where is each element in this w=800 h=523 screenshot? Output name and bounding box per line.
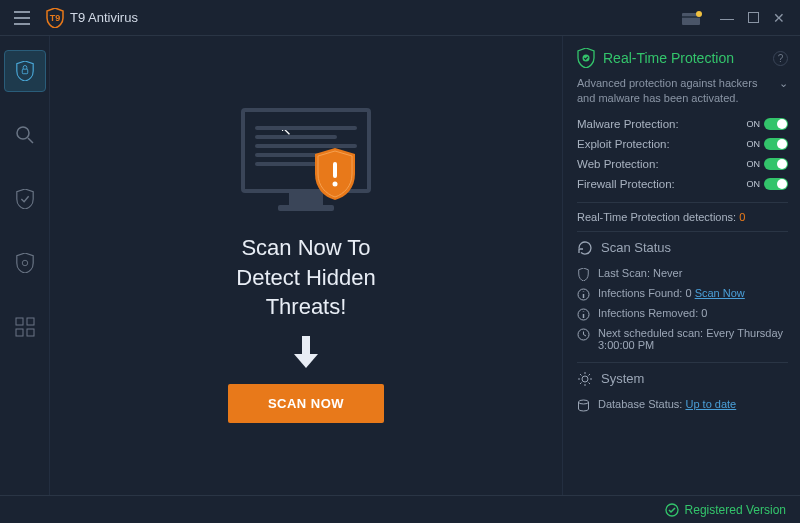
shield-ok-icon [577, 48, 595, 68]
svg-point-24 [582, 376, 588, 382]
database-status-row: Database Status: Up to date [577, 395, 788, 415]
sidebar [0, 36, 50, 495]
shield-check-icon [15, 189, 35, 209]
logo-shield-icon: T9 [46, 8, 64, 28]
main-content: ↖ Scan Now To Detect Hidden Threats! SCA… [50, 36, 562, 495]
malware-toggle[interactable] [764, 118, 788, 130]
footer: Registered Version [0, 495, 800, 523]
grid-icon [15, 317, 35, 337]
registration-status: Registered Version [685, 503, 786, 517]
infections-found-row: Infections Found: 0 Scan Now [577, 284, 788, 304]
rtp-title: Real-Time Protection [603, 50, 734, 66]
detections-row: Real-Time Protection detections: 0 [577, 211, 788, 223]
svg-point-14 [333, 181, 338, 186]
last-scan-row: Last Scan: Never [577, 264, 788, 284]
arrow-down-icon [291, 336, 321, 368]
svg-point-8 [22, 260, 27, 265]
svg-rect-11 [16, 329, 23, 336]
side-panel: Real-Time Protection ? Advanced protecti… [562, 36, 800, 495]
menu-button[interactable] [8, 4, 36, 32]
svg-rect-9 [16, 318, 23, 325]
search-icon [15, 125, 35, 145]
database-icon [577, 399, 590, 412]
monitor-illustration: ↖ [241, 108, 371, 218]
web-toggle[interactable] [764, 158, 788, 170]
gear-icon [577, 371, 593, 387]
database-status-link[interactable]: Up to date [685, 398, 736, 410]
next-scan-row: Next scheduled scan: Every Thursday 3:00… [577, 324, 788, 354]
refresh-icon [577, 240, 593, 256]
app-logo: T9 T9 Antivirus [46, 8, 138, 28]
svg-point-3 [696, 11, 702, 17]
minimize-button[interactable]: — [714, 5, 740, 31]
check-circle-icon [665, 503, 679, 517]
card-icon[interactable] [682, 10, 704, 26]
svg-rect-10 [27, 318, 34, 325]
svg-rect-5 [22, 69, 27, 74]
svg-point-6 [17, 127, 29, 139]
scan-now-link[interactable]: Scan Now [695, 287, 745, 299]
shield-lock-icon [15, 61, 35, 81]
scan-status-header: Scan Status [577, 240, 788, 256]
close-button[interactable]: ✕ [766, 5, 792, 31]
svg-line-7 [28, 138, 33, 143]
clock-icon [577, 328, 590, 341]
hero: ↖ Scan Now To Detect Hidden Threats! SCA… [228, 108, 384, 423]
infections-removed-row: Infections Removed: 0 [577, 304, 788, 324]
svg-rect-15 [302, 336, 310, 354]
sidebar-item-scan[interactable] [4, 114, 46, 156]
titlebar: T9 T9 Antivirus — ✕ [0, 0, 800, 36]
rtp-message: Advanced protection against hackers and … [577, 76, 788, 106]
sidebar-item-tools[interactable] [4, 306, 46, 348]
sidebar-item-protection[interactable] [4, 178, 46, 220]
help-button[interactable]: ? [773, 51, 788, 66]
headline: Scan Now To Detect Hidden Threats! [236, 233, 375, 322]
maximize-button[interactable] [740, 5, 766, 31]
svg-point-25 [579, 400, 589, 404]
toggle-web: Web Protection: ON [577, 154, 788, 174]
sidebar-item-firewall[interactable] [4, 242, 46, 284]
rtp-header: Real-Time Protection ? [577, 48, 788, 68]
info-icon [577, 308, 590, 321]
svg-rect-12 [27, 329, 34, 336]
system-header: System [577, 371, 788, 387]
detections-count: 0 [739, 211, 745, 223]
svg-text:T9: T9 [50, 13, 61, 23]
toggle-firewall: Firewall Protection: ON [577, 174, 788, 194]
chevron-down-icon[interactable]: ⌄ [779, 76, 788, 91]
svg-rect-4 [748, 13, 758, 23]
shield-small-icon [577, 268, 590, 281]
app-title: T9 Antivirus [70, 10, 138, 25]
shield-gear-icon [15, 253, 35, 273]
firewall-toggle[interactable] [764, 178, 788, 190]
svg-rect-13 [333, 162, 337, 178]
exploit-toggle[interactable] [764, 138, 788, 150]
scan-now-button[interactable]: SCAN NOW [228, 384, 384, 423]
toggle-exploit: Exploit Protection: ON [577, 134, 788, 154]
sidebar-item-home[interactable] [4, 50, 46, 92]
shield-alert-icon [313, 148, 357, 200]
toggle-malware: Malware Protection: ON [577, 114, 788, 134]
info-icon [577, 288, 590, 301]
